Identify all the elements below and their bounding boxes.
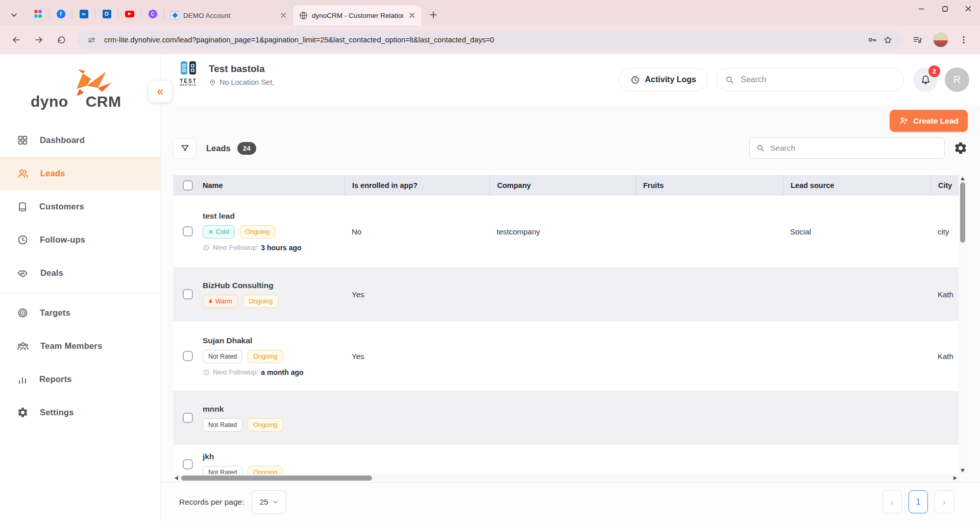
horizontal-scrollbar[interactable] xyxy=(173,474,959,482)
scroll-right-arrow[interactable] xyxy=(953,476,957,480)
global-search-input[interactable] xyxy=(741,75,895,84)
person-plus-icon xyxy=(899,116,909,126)
forward-button[interactable] xyxy=(29,30,48,50)
table-row[interactable]: test lead Cold Ongoing Next Followup: 3 … xyxy=(173,196,959,267)
search-icon xyxy=(725,75,734,85)
tab-dynocrm[interactable]: dynoCRM - Customer Relations xyxy=(293,5,422,26)
rating-badge: Warm xyxy=(203,295,238,308)
lead-name[interactable]: Sujan Dhakal xyxy=(203,336,352,345)
sidebar-collapse-button[interactable]: « xyxy=(149,81,172,102)
pinned-tab-c-app[interactable]: C xyxy=(141,5,164,22)
cell-enrolled: Yes xyxy=(352,290,497,299)
table-row[interactable]: Sujan Dhakal Not Rated Ongoing Next Foll… xyxy=(173,321,959,391)
pinned-tab-youtube[interactable] xyxy=(118,5,141,22)
kebab-menu-icon xyxy=(960,36,968,44)
column-header-name[interactable]: Name xyxy=(203,175,352,196)
records-per-page-select[interactable]: 25 xyxy=(252,490,286,514)
table-row[interactable]: BizHub Consulting Warm Ongoing Yes Kath xyxy=(173,267,959,321)
pinned-tab-figma[interactable] xyxy=(27,5,49,22)
url-bar[interactable] xyxy=(77,30,902,50)
cell-city: Kath xyxy=(938,290,959,299)
lead-name[interactable]: jkh xyxy=(203,452,352,461)
column-header-lead-source[interactable]: Lead source xyxy=(783,175,938,196)
window-controls xyxy=(910,0,980,17)
row-checkbox[interactable] xyxy=(183,351,193,361)
vertical-scrollbar[interactable] xyxy=(959,175,967,474)
reload-button[interactable] xyxy=(52,30,71,50)
sidebar-item-deals[interactable]: Deals xyxy=(0,256,160,290)
table-search[interactable] xyxy=(749,137,945,159)
password-key-icon[interactable] xyxy=(865,32,880,48)
url-input[interactable] xyxy=(104,36,865,44)
browser-profile-avatar[interactable] xyxy=(933,32,948,48)
scroll-down-arrow[interactable] xyxy=(961,469,965,472)
back-button[interactable] xyxy=(7,30,26,50)
main-content: TEST BASTOLA Test bastola No Location Se… xyxy=(161,54,980,521)
row-checkbox[interactable] xyxy=(183,413,193,423)
column-header-city[interactable]: City xyxy=(930,175,959,196)
browser-menu-button[interactable] xyxy=(954,30,973,50)
cell-city: Kath xyxy=(938,352,959,361)
activity-logs-button[interactable]: Activity Logs xyxy=(619,68,708,91)
horizontal-scroll-thumb[interactable] xyxy=(181,476,372,481)
sidebar-item-settings[interactable]: Settings xyxy=(0,396,160,429)
column-header-company[interactable]: Company xyxy=(489,175,643,196)
next-page-button[interactable]: › xyxy=(935,490,954,513)
site-info-icon[interactable] xyxy=(84,32,99,48)
snowflake-icon xyxy=(208,229,213,234)
create-lead-button[interactable]: Create Lead xyxy=(890,110,968,132)
maximize-button[interactable] xyxy=(933,0,957,17)
filter-button[interactable] xyxy=(173,138,197,159)
sidebar-item-reports[interactable]: Reports xyxy=(0,363,160,396)
pinned-tab-facebook[interactable]: f xyxy=(50,5,72,22)
sidebar-item-targets[interactable]: Targets xyxy=(0,296,160,329)
global-search[interactable] xyxy=(716,68,904,91)
scroll-up-arrow[interactable] xyxy=(961,177,965,180)
pagination: ‹ 1 › xyxy=(876,490,954,513)
cell-city: city xyxy=(938,227,959,236)
bookmark-star-icon[interactable] xyxy=(880,32,895,48)
sidebar-item-customers[interactable]: Customers xyxy=(0,190,160,223)
close-tab-icon[interactable] xyxy=(407,11,416,20)
company-logo: TEST BASTOLA xyxy=(175,60,202,86)
tab-demo-account[interactable]: DEMO Account xyxy=(164,5,293,26)
table-settings-gear-icon[interactable] xyxy=(953,141,968,155)
filter-funnel-icon xyxy=(180,144,190,153)
cell-lead-source: Social xyxy=(790,227,938,236)
column-header-enrolled[interactable]: Is enrolled in app? xyxy=(345,175,497,196)
lead-name[interactable]: BizHub Consulting xyxy=(203,281,352,290)
leads-people-icon xyxy=(17,168,29,180)
dashboard-grid-icon xyxy=(17,134,29,146)
vertical-scroll-thumb[interactable] xyxy=(960,182,965,243)
previous-page-button[interactable]: ‹ xyxy=(883,490,902,513)
row-checkbox[interactable] xyxy=(183,226,193,236)
table-row[interactable]: jkh Not Rated Ongoing xyxy=(173,445,959,474)
scroll-left-arrow[interactable] xyxy=(175,476,178,480)
tab-search-button[interactable] xyxy=(5,6,22,23)
minimize-button[interactable] xyxy=(910,0,933,17)
close-tab-icon[interactable] xyxy=(279,11,288,20)
sidebar-item-followups[interactable]: Follow-ups xyxy=(0,223,160,256)
media-controls-button[interactable] xyxy=(908,30,927,50)
pinned-tab-linkedin[interactable]: in xyxy=(72,5,95,22)
row-checkbox[interactable] xyxy=(183,289,193,299)
user-avatar[interactable]: R xyxy=(945,67,969,92)
cell-company: testcompany xyxy=(497,227,643,236)
page-1-button[interactable]: 1 xyxy=(909,490,928,513)
sidebar-item-dashboard[interactable]: Dashboard xyxy=(0,124,160,157)
lead-name[interactable]: test lead xyxy=(203,211,352,221)
row-checkbox[interactable] xyxy=(183,459,193,469)
select-all-checkbox[interactable] xyxy=(183,180,193,191)
sidebar-item-leads[interactable]: Leads xyxy=(0,157,160,190)
list-title: Leads xyxy=(206,144,231,153)
close-window-button[interactable] xyxy=(957,0,980,17)
table-search-input[interactable] xyxy=(770,144,938,153)
table-row[interactable]: mnnk Not Rated Ongoing xyxy=(173,391,959,445)
facebook-icon: f xyxy=(57,10,65,18)
sidebar-divider xyxy=(0,293,160,293)
column-header-fruits[interactable]: Fruits xyxy=(635,175,790,196)
lead-name[interactable]: mnnk xyxy=(203,405,352,414)
new-tab-button[interactable] xyxy=(426,7,441,22)
sidebar-item-team-members[interactable]: Team Members xyxy=(0,329,160,363)
pinned-tab-outlook[interactable]: O xyxy=(95,5,118,22)
